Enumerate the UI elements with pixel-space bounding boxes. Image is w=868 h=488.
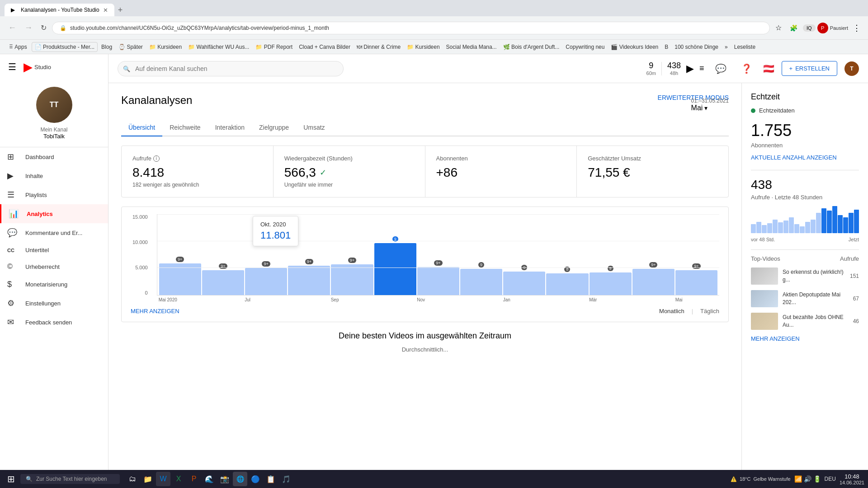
- bookmark-button[interactable]: ☆: [773, 21, 784, 35]
- list-icon[interactable]: ≡: [699, 64, 704, 73]
- bookmark-5[interactable]: 📁 Wahlfächer WU Aus...: [185, 42, 252, 52]
- bookmark-8[interactable]: 🍽 Dinner & Crime: [354, 42, 403, 52]
- task-icon-9[interactable]: 📋: [264, 472, 278, 486]
- task-icon-4[interactable]: P: [187, 472, 201, 486]
- bookmark-15[interactable]: 100 schöne Dinge: [672, 42, 721, 52]
- mehr-anzeigen-chart-button[interactable]: MEHR ANZEIGEN: [131, 308, 179, 314]
- search-input[interactable]: [118, 61, 344, 76]
- forward-button[interactable]: →: [22, 20, 35, 35]
- bookmark-1[interactable]: 📄 Produktsuche - Mer...: [32, 42, 98, 52]
- play-icon[interactable]: ▶: [686, 63, 694, 75]
- sidebar-item-feedback[interactable]: ✉ Feedback senden: [0, 313, 108, 332]
- chart-bar-4[interactable]: [331, 264, 373, 295]
- sidebar-item-urheberrecht[interactable]: © Urheberrecht: [0, 258, 108, 275]
- task-icon-0[interactable]: 🗂: [125, 472, 140, 486]
- bookmark-11[interactable]: 🌿 Bois d'Argent Duft...: [500, 42, 562, 52]
- bar-wrap-4[interactable]: 9+: [331, 258, 373, 295]
- taeglich-option[interactable]: Täglich: [700, 308, 719, 314]
- bookmark-more[interactable]: »: [722, 42, 731, 52]
- bar-wrap-6[interactable]: 9+: [417, 260, 459, 295]
- video-item-0[interactable]: So erkennst du (wirklich!) g... 151: [751, 267, 859, 285]
- chart-bar-0[interactable]: [159, 263, 201, 295]
- bar-wrap-5[interactable]: 9: [374, 236, 416, 295]
- video-item-1[interactable]: Aktien Depotupdate Mai 202... 67: [751, 290, 859, 307]
- tab-interaktion[interactable]: Interaktion: [208, 119, 252, 136]
- bookmark-13[interactable]: 🎬 Videokurs Ideen: [608, 42, 661, 52]
- address-bar-container[interactable]: 🔒 studio.youtube.com/channel/UC6N5u-OiGz…: [52, 22, 770, 34]
- sidebar-item-dashboard[interactable]: ⊞ Dashboard: [0, 147, 108, 166]
- avatar[interactable]: TT: [36, 87, 72, 123]
- bookmark-6[interactable]: 📁 PDF Report: [253, 42, 295, 52]
- task-icon-6[interactable]: 📸: [217, 472, 232, 486]
- sidebar-item-kommentare[interactable]: 💬 Kommentare und Er...: [0, 223, 108, 242]
- sidebar-item-untertitel[interactable]: CC Untertitel: [0, 242, 108, 258]
- tab-close-icon[interactable]: ✕: [103, 7, 108, 14]
- chart-bar-7[interactable]: [460, 269, 502, 295]
- chart-bar-10[interactable]: [590, 272, 632, 295]
- task-icon-10[interactable]: 🎵: [279, 472, 293, 486]
- bookmark-2[interactable]: Blog: [99, 42, 115, 52]
- bookmark-leseliste[interactable]: Leseliste: [731, 42, 758, 52]
- bookmark-9[interactable]: 📁 Kursideen: [404, 42, 442, 52]
- sidebar-item-inhalte[interactable]: ▶ Inhalte: [0, 166, 108, 185]
- sidebar-item-analytics[interactable]: 📊 Analytics: [0, 204, 108, 223]
- help-button[interactable]: ❓: [737, 60, 756, 78]
- battery-icon[interactable]: 🔋: [813, 475, 821, 483]
- bar-wrap-2[interactable]: 9+: [245, 261, 287, 295]
- extensions-button[interactable]: 🧩: [787, 22, 800, 34]
- bookmark-7[interactable]: Cload + Canva Bilder: [296, 42, 353, 52]
- bar-wrap-3[interactable]: 9+: [288, 259, 330, 295]
- chart-bar-5[interactable]: [374, 243, 416, 295]
- task-icon-5[interactable]: 🌊: [202, 472, 217, 486]
- date-month-selector[interactable]: Mai ▾: [691, 104, 729, 112]
- create-button[interactable]: + ERSTELLEN: [782, 61, 837, 76]
- bar-wrap-0[interactable]: 9+: [159, 257, 201, 295]
- start-button[interactable]: ⊞: [4, 472, 19, 486]
- task-icon-3[interactable]: X: [171, 472, 186, 486]
- apps-bookmark[interactable]: ⠿ Apps: [5, 42, 31, 52]
- volume-icon[interactable]: 🔊: [804, 475, 811, 483]
- chart-bar-3[interactable]: [288, 266, 330, 295]
- taskbar-search[interactable]: 🔍 Zur Suche Text hier eingeben: [20, 474, 120, 484]
- user-avatar[interactable]: T: [844, 61, 859, 76]
- chart-bar-11[interactable]: [632, 269, 675, 295]
- bar-wrap-1[interactable]: 9+: [202, 263, 244, 295]
- new-tab-button[interactable]: +: [114, 4, 127, 16]
- video-item-2[interactable]: Gut bezahlte Jobs OHNE Au... 46: [751, 313, 859, 330]
- aktuelle-link[interactable]: AKTUELLE ANZAHL ANZEIGEN: [751, 154, 859, 161]
- hamburger-button[interactable]: ☰: [5, 59, 19, 75]
- menu-button[interactable]: ⋮: [851, 21, 863, 35]
- chart-bar-12[interactable]: [675, 270, 717, 295]
- sidebar-item-einstellungen[interactable]: ⚙ Einstellungen: [0, 294, 108, 313]
- bookmark-3[interactable]: ⌚ Später: [116, 42, 146, 52]
- task-icon-8[interactable]: 🔵: [248, 472, 263, 486]
- active-tab[interactable]: ▶ Kanalanalysen - YouTube Studio ✕: [5, 4, 114, 16]
- chart-bar-9[interactable]: [546, 273, 588, 295]
- chart-bar-8[interactable]: [503, 272, 545, 295]
- network-icon[interactable]: 📶: [794, 475, 802, 483]
- back-button[interactable]: ←: [5, 20, 19, 35]
- tab-ubersicht[interactable]: Übersicht: [121, 119, 162, 136]
- bar-wrap-11[interactable]: 9+: [632, 262, 675, 295]
- bookmark-10[interactable]: Social Media Mana...: [443, 42, 500, 52]
- tab-zielgruppe[interactable]: Zielgruppe: [252, 119, 296, 136]
- chart-bar-6[interactable]: [417, 267, 459, 295]
- bar-wrap-8[interactable]: 9: [503, 265, 545, 295]
- mehr-anzeigen-right-link[interactable]: MEHR ANZEIGEN: [751, 335, 859, 342]
- tab-reichweite[interactable]: Reichweite: [162, 119, 208, 136]
- task-icon-7[interactable]: 🌐: [233, 472, 247, 486]
- bookmark-4[interactable]: 📁 Kursideen: [146, 42, 184, 52]
- tab-umsatz[interactable]: Umsatz: [296, 119, 332, 136]
- bookmark-12[interactable]: Copywriting neu: [563, 42, 607, 52]
- task-icon-2[interactable]: W: [156, 472, 170, 486]
- search-box[interactable]: 🔍: [118, 61, 344, 76]
- sidebar-item-monetarisierung[interactable]: $ Monetarisierung: [0, 275, 108, 294]
- chart-bar-2[interactable]: [245, 268, 287, 295]
- sidebar-item-playlists[interactable]: ☰ Playlists: [0, 185, 108, 204]
- bar-wrap-12[interactable]: 9+: [675, 263, 717, 295]
- messages-button[interactable]: 💬: [712, 60, 730, 78]
- bar-wrap-9[interactable]: 8: [546, 267, 588, 295]
- bar-wrap-7[interactable]: 9: [460, 262, 502, 295]
- task-icon-1[interactable]: 📁: [141, 472, 155, 486]
- bookmark-14[interactable]: B: [662, 42, 671, 52]
